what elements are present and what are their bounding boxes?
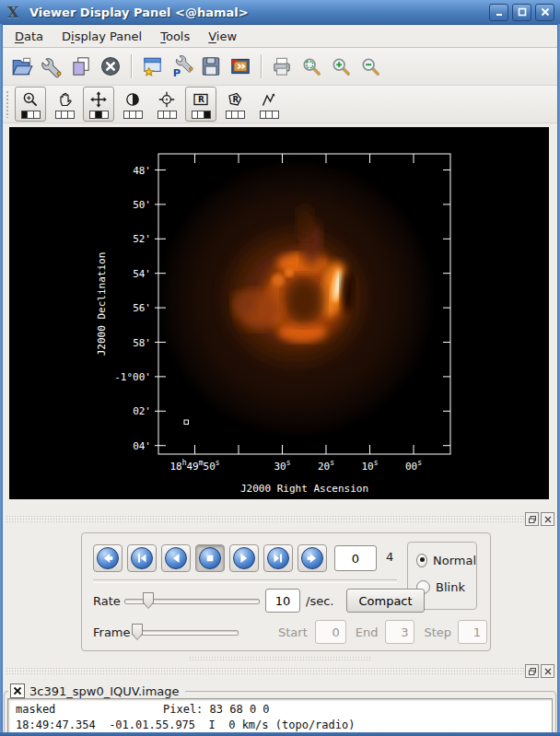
stop-icon xyxy=(199,547,221,569)
play-reverse-button[interactable] xyxy=(161,544,191,572)
minimize-button[interactable] xyxy=(489,4,508,21)
window-border-bottom[interactable] xyxy=(0,732,560,736)
animator-transport-buttons xyxy=(93,544,327,572)
frame-slider[interactable] xyxy=(132,624,239,640)
x11-app-icon: X xyxy=(7,4,26,21)
window-title: Viewer Display Panel <@hamal> xyxy=(29,6,489,19)
tracking-image-title: 3c391_spw0_IQUV.image xyxy=(29,684,180,698)
menu-tools[interactable]: Tools xyxy=(151,27,199,46)
polyline-tool-icon[interactable] xyxy=(253,87,285,122)
jump-end-icon xyxy=(301,547,323,569)
svg-text:52': 52' xyxy=(133,233,151,245)
zoom-out-icon[interactable] xyxy=(356,53,385,80)
mouse-button-indicator xyxy=(89,111,109,119)
panel-display-options-icon[interactable] xyxy=(167,53,196,80)
animator-resize-gripper[interactable] xyxy=(189,656,371,661)
rate-slider[interactable] xyxy=(124,592,260,609)
end-field[interactable] xyxy=(385,620,414,644)
dock-float-button[interactable] xyxy=(525,512,539,526)
main-toolbar xyxy=(0,47,560,86)
close-button[interactable] xyxy=(535,4,554,21)
adjust-data-display-icon[interactable] xyxy=(37,53,66,80)
mode-radio-normal[interactable]: Normal xyxy=(416,554,476,567)
new-display-panel-icon[interactable] xyxy=(137,53,167,80)
mouse-toolbar xyxy=(0,86,560,123)
svg-text:50': 50' xyxy=(133,199,151,211)
dock-close-button[interactable] xyxy=(541,512,554,526)
position-tracking-panel: 3c391_spw0_IQUV.image masked Pixel: 83 6… xyxy=(4,691,556,736)
mouse-button-indicator xyxy=(55,111,75,119)
play-reverse-icon xyxy=(165,547,187,569)
menu-view[interactable]: View xyxy=(199,27,246,46)
mouse-button-indicator xyxy=(158,111,177,119)
step-label: Step xyxy=(424,625,451,639)
rate-field[interactable] xyxy=(265,589,300,613)
dock-float-button[interactable] xyxy=(525,664,539,678)
svg-text:-1°00': -1°00' xyxy=(114,371,151,383)
radio-icon xyxy=(416,554,427,567)
display-canvas-area: 48'50'52'54'56'58'-1°00'02'04'18h49m50s3… xyxy=(0,123,560,505)
shift-tool-icon[interactable] xyxy=(83,87,114,122)
menu-data[interactable]: Data xyxy=(6,27,52,46)
current-frame-field[interactable] xyxy=(334,545,377,571)
polygon-region-tool-icon[interactable] xyxy=(219,87,251,122)
mouse-button-indicator xyxy=(260,111,279,119)
svg-text:18h49m50s: 18h49m50s xyxy=(169,459,219,473)
play-forward-icon xyxy=(233,547,255,569)
svg-text:48': 48' xyxy=(133,165,151,177)
export-image-icon[interactable] xyxy=(226,53,255,80)
animator-separator xyxy=(93,579,397,583)
stop-button[interactable] xyxy=(195,544,225,572)
toolbar-grip[interactable] xyxy=(6,90,10,118)
menubar: DataDisplay PanelToolsView xyxy=(0,25,560,47)
point-tool-icon[interactable] xyxy=(151,87,182,122)
tracking-readout: masked Pixel: 83 68 0 0 18:49:47.354 -01… xyxy=(7,698,553,735)
frame-label: Frame xyxy=(93,625,132,639)
svg-text:J2000 Declination: J2000 Declination xyxy=(96,252,108,356)
tracking-checkbox[interactable] xyxy=(10,683,25,698)
start-label: Start xyxy=(278,625,308,639)
frame-count-label: 4 xyxy=(386,550,393,564)
zoom-in-icon[interactable] xyxy=(326,53,356,80)
mode-radio-blink[interactable]: Blink xyxy=(416,580,476,594)
tracking-world-readout: 18:49:47.354 -01.01.55.975 I 0 km/s (top… xyxy=(16,718,355,731)
dock-grip-texture xyxy=(6,667,529,674)
tracking-dock-handle[interactable] xyxy=(6,665,554,676)
zoom-tool-icon[interactable] xyxy=(15,87,46,122)
step-back-icon xyxy=(131,547,153,569)
open-data-icon[interactable] xyxy=(7,53,37,80)
tracking-pixel-readout: Pixel: 83 68 0 0 xyxy=(163,703,270,716)
stretch-tool-icon[interactable] xyxy=(117,87,148,122)
animator-panel: 4 NormalBlink Rate /sec. Compact Frame S… xyxy=(81,532,491,651)
pan-hand-tool-icon[interactable] xyxy=(49,87,80,122)
dock-close-button[interactable] xyxy=(541,664,554,678)
close-data-icon[interactable] xyxy=(96,53,125,80)
rectangle-region-tool-icon[interactable] xyxy=(185,87,216,122)
play-forward-button[interactable] xyxy=(229,544,259,572)
window-border-left[interactable] xyxy=(0,24,3,736)
sky-plot-canvas[interactable]: 48'50'52'54'56'58'-1°00'02'04'18h49m50s3… xyxy=(9,127,549,499)
step-forward-button[interactable] xyxy=(263,544,293,572)
svg-text:04': 04' xyxy=(133,440,151,452)
toolbar-separator xyxy=(131,54,132,78)
rate-unit-label: /sec. xyxy=(306,594,333,608)
compact-button[interactable]: Compact xyxy=(346,589,424,613)
viewer-display-panel-window: X Viewer Display Panel <@hamal> DataDisp… xyxy=(0,0,560,736)
save-panel-state-icon[interactable] xyxy=(196,53,226,80)
svg-text:56': 56' xyxy=(133,302,151,314)
manage-images-icon[interactable] xyxy=(66,53,96,80)
step-back-button[interactable] xyxy=(127,544,157,572)
animator-dock-handle[interactable] xyxy=(6,513,554,524)
step-field[interactable] xyxy=(458,620,487,644)
menu-display-panel[interactable]: Display Panel xyxy=(52,27,151,46)
jump-start-button[interactable] xyxy=(93,544,122,572)
rate-row: Rate /sec. Compact xyxy=(93,588,425,613)
frame-range-row: Frame Start End Step xyxy=(93,620,487,644)
jump-end-button[interactable] xyxy=(298,544,327,572)
print-icon[interactable] xyxy=(267,53,297,80)
zoom-region-icon[interactable] xyxy=(297,53,326,80)
titlebar[interactable]: X Viewer Display Panel <@hamal> xyxy=(0,0,560,25)
rate-label: Rate xyxy=(93,594,124,608)
maximize-button[interactable] xyxy=(512,4,531,21)
start-field[interactable] xyxy=(315,620,346,644)
